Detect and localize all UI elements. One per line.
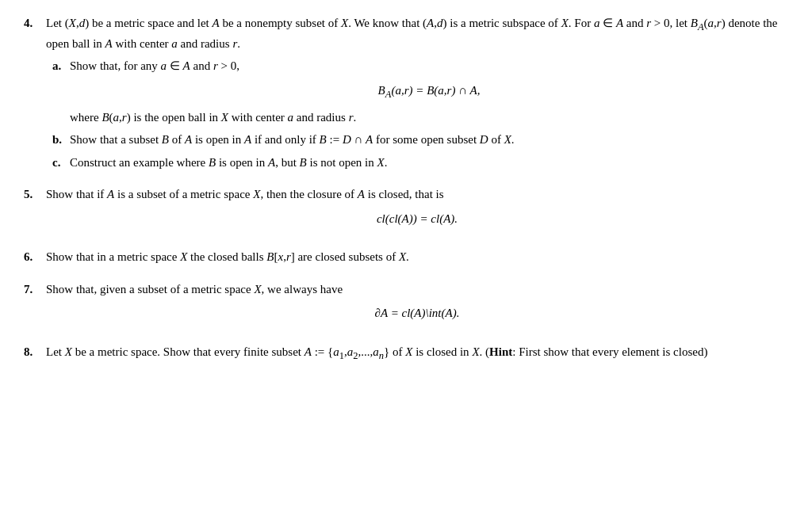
problem-7-math: ∂A = cl(A)\int(A). [46, 304, 788, 322]
problem-5-number: 5. [24, 185, 46, 204]
subpart-c-content: Construct an example where B is open in … [70, 154, 788, 172]
problem-8-number: 8. [24, 343, 46, 361]
problem-5-math: cl(cl(A)) = cl(A). [46, 210, 788, 228]
problem-4-subpart-b: b. Show that a subset B of A is open in … [52, 131, 788, 149]
subpart-a-label: a. [52, 57, 70, 75]
problem-6: 6. Show that in a metric space X the clo… [24, 248, 788, 266]
problem-7-number: 7. [24, 280, 46, 299]
problem-8-text: Let X be a metric space. Show that every… [46, 343, 788, 364]
problem-4-intro: Let (X,d) be a metric space and let A be… [46, 14, 788, 52]
subpart-b-content: Show that a subset B of A is open in A i… [70, 131, 788, 149]
problem-5-text: Show that if A is a subset of a metric s… [46, 185, 788, 234]
problem-4-number: 4. [24, 14, 46, 32]
problem-8: 8. Let X be a metric space. Show that ev… [24, 343, 788, 364]
problem-4-subpart-a: a. Show that, for any a ∈ A and r > 0, B… [52, 57, 788, 126]
subpart-b-label: b. [52, 131, 70, 149]
problem-4a-math: BA(a,r) = B(a,r) ∩ A, [70, 82, 788, 102]
problem-7: 7. Show that, given a subset of a metric… [24, 280, 788, 329]
problem-6-text: Show that in a metric space X the closed… [46, 248, 788, 266]
subpart-c-label: c. [52, 154, 70, 172]
problem-4-subpart-c: c. Construct an example where B is open … [52, 154, 788, 172]
problem-4: 4. Let (X,d) be a metric space and let A… [24, 14, 788, 171]
subpart-a-content: Show that, for any a ∈ A and r > 0, BA(a… [70, 57, 788, 126]
problem-6-number: 6. [24, 248, 46, 266]
problem-5: 5. Show that if A is a subset of a metri… [24, 185, 788, 234]
problem-7-text: Show that, given a subset of a metric sp… [46, 280, 788, 329]
